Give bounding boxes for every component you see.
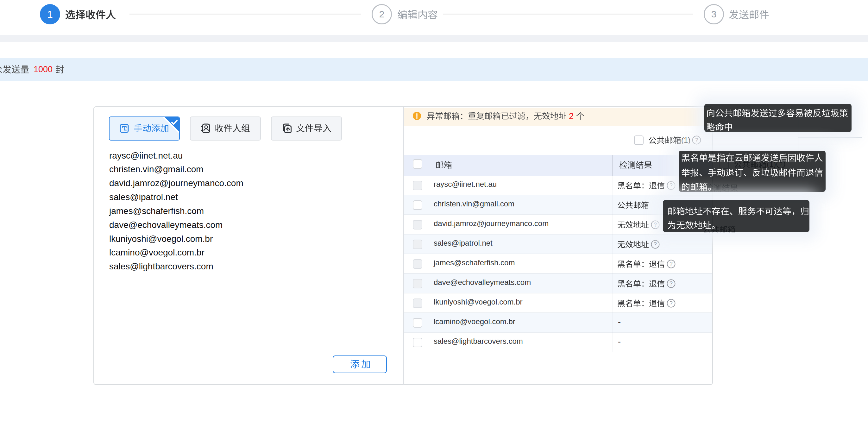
svg-text:?: ? [654,221,657,228]
svg-text:?: ? [670,280,673,287]
svg-text:?: ? [670,182,673,189]
svg-text:?: ? [695,137,698,143]
svg-text:?: ? [670,300,673,306]
svg-text:?: ? [670,261,673,267]
svg-text:?: ? [654,241,657,247]
